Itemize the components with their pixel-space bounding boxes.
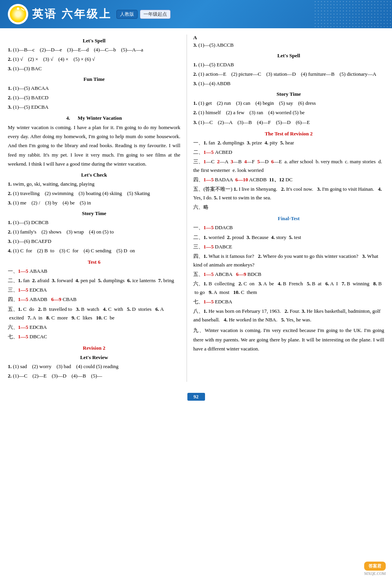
test-revision2-title: The Test of Revision 2 bbox=[193, 131, 384, 137]
ft-ba: 八、1. He was born on February 17, 1963. 2… bbox=[193, 307, 384, 324]
right-story-3: 3. (1)—C (2)—A (3)—B (4)—F (5)—D (6)—E bbox=[193, 118, 384, 127]
test6-er: 二、1. fan 2. afraid 3. forward 4. pen pal… bbox=[8, 276, 180, 285]
test6-wu: 五、1. C do 2. B travelled to 3. B watch 4… bbox=[8, 305, 180, 322]
story-time-item-3: 3. (1)—(6) BCAEFD bbox=[8, 237, 180, 246]
fun-time-item-2: 2. (1)—(5) BAECD bbox=[8, 93, 180, 102]
badge-grade: 一年级起点 bbox=[140, 10, 171, 19]
right-item3: 3. (1)—(5) ABCCB bbox=[193, 41, 384, 49]
lets-check-content: 1. swim, go, ski, waiting, dancing, play… bbox=[8, 180, 180, 207]
right-lets-spell-3: 3. (1)—(4) ABDB bbox=[193, 79, 384, 88]
tr2-yi: 一、1. fan 2. dumplings 3. prize 4. pity 5… bbox=[193, 139, 384, 147]
story-time-content-right: 1. (1) get (2) run (3) can (4) begin (5)… bbox=[193, 99, 384, 126]
page-number: 92 bbox=[187, 393, 205, 401]
fun-time-title: Fun Time bbox=[8, 76, 180, 82]
header-decoration bbox=[314, 0, 392, 28]
lets-spell-content-right: 1. (1)—(5) ECDAB 2. (1) action—E (2) pic… bbox=[193, 60, 384, 88]
lets-review-item-2: 2. (1)—C (2)—E (3)—D (4)—B (5)— bbox=[8, 372, 180, 380]
left-column: Let's Spell 1. (1)—B—c (2)—D—e (3)—E—d (… bbox=[8, 35, 180, 382]
lets-check-item-2: 2. (1) travelling (2) swimming (3) boati… bbox=[8, 189, 180, 198]
tr2-liu: 六、略 bbox=[193, 203, 384, 212]
bottom-logo: 答案君 MXQE.COM bbox=[364, 562, 386, 576]
lets-check-title: Let's Check bbox=[8, 172, 180, 178]
lets-spell-title-right: Let's Spell bbox=[193, 53, 384, 59]
ft-er: 二、1. worried 2. proud 3. Because 4. stor… bbox=[193, 233, 384, 242]
ft-jiu: 九、Winter vacation is coming. I'm very ex… bbox=[193, 326, 384, 353]
my-winter-title: 4. My Winter Vacation bbox=[8, 115, 180, 121]
test-revision2-content: 一、1. fan 2. dumplings 3. prize 4. pity 5… bbox=[193, 139, 384, 212]
test6-liu: 六、1—5 EDCBA bbox=[8, 323, 180, 332]
lets-review-item-1: 1. (1) sad (2) worry (3) bad (4) could (… bbox=[8, 362, 180, 371]
story-time-item-2: 2. (1) family's (2) shows (3) wrap (4) o… bbox=[8, 228, 180, 236]
lets-spell-item-3: 3. (1)—(3) BAC bbox=[8, 64, 180, 73]
ft-yi: 一、1—5 DDACB bbox=[193, 223, 384, 232]
story-time-content-left: 1. (1)—(5) DCBCB 2. (1) family's (2) sho… bbox=[8, 218, 180, 255]
story-time-item-1: 1. (1)—(5) DCBCB bbox=[8, 218, 180, 227]
my-winter-text: My winter vacation is coming. I have a p… bbox=[8, 123, 180, 169]
right-item3-text: 3. (1)—(5) ABCCB bbox=[193, 41, 384, 49]
test6-yi: 一、1—5 ABAAB bbox=[8, 267, 180, 275]
lets-spell-item-2: 2. (1) √ (2) × (3) √ (4) × (5) × (6) √ bbox=[8, 55, 180, 64]
test6-si: 四、1—5 ABADB 6—9 CBAB bbox=[8, 295, 180, 304]
header-badges: 人教版 一年级起点 bbox=[116, 10, 171, 19]
main-content: Let's Spell 1. (1)—B—c (2)—D—e (3)—E—d (… bbox=[0, 28, 392, 388]
right-story-2: 2. (1) himself (2) a few (3) ran (4) wor… bbox=[193, 108, 384, 117]
story-time-title-left: Story Time bbox=[8, 210, 180, 217]
ft-si: 四、1. What is it famous for? 2. Where do … bbox=[193, 252, 384, 269]
badge-publisher: 人教版 bbox=[116, 10, 138, 19]
tr2-san: 三、1—C 2—A 3—B 4—F 5—D 6—E a. after schoo… bbox=[193, 157, 384, 175]
test6-content: 一、1—5 ABAAB 二、1. fan 2. afraid 3. forwar… bbox=[8, 267, 180, 341]
tr2-si: 四、1—5 BADAA 6—10 ACBDB 11、12 DC bbox=[193, 175, 384, 184]
ft-san: 三、1—5 DABCE bbox=[193, 243, 384, 251]
ft-wu: 五、1—5 ABCBA 6—9 BDCB bbox=[193, 270, 384, 279]
story-time-item-4: 4. (1) C for (2) B to (3) C for (4) C se… bbox=[8, 246, 180, 255]
tr2-wu: 五、(答案不唯一) 1. I live in Shenyang. 2. It's… bbox=[193, 185, 384, 202]
test6-title: Test 6 bbox=[8, 259, 180, 265]
lets-spell-title-left: Let's Spell bbox=[8, 38, 180, 44]
right-column: A 3. (1)—(5) ABCCB Let's Spell 1. (1)—(5… bbox=[187, 35, 384, 382]
ft-liu: 六、1. B collecting 2. C on 3. A be 4. B F… bbox=[193, 279, 384, 297]
test6-san: 三、1—5 EDCBA bbox=[8, 286, 180, 294]
lets-review-content: 1. (1) sad (2) worry (3) bad (4) could (… bbox=[8, 362, 180, 380]
header-title: 英语 六年级上 bbox=[32, 7, 112, 22]
header-logo bbox=[8, 4, 28, 24]
right-lets-spell-1: 1. (1)—(5) ECDAB bbox=[193, 60, 384, 69]
lets-review-title: Let's Review bbox=[8, 354, 180, 361]
test6-qi: 七、1—5 DBCAC bbox=[8, 332, 180, 341]
page-number-container: 92 bbox=[0, 393, 392, 401]
right-story-1: 1. (1) get (2) run (3) can (4) begin (5)… bbox=[193, 99, 384, 108]
right-a-label: A bbox=[193, 35, 384, 41]
tr2-er: 二、1—5 ACBED bbox=[193, 148, 384, 157]
final-test-content: 一、1—5 DDACB 二、1. worried 2. proud 3. Bec… bbox=[193, 223, 384, 353]
fun-time-item-1: 1. (1)—(5) ABCAA bbox=[8, 84, 180, 93]
final-test-title: Final-Test bbox=[193, 215, 384, 222]
logo-url: MXQE.COM bbox=[364, 571, 386, 576]
lets-check-item-3: 3. (1) me (2) / (3) by (4) be (5) in bbox=[8, 199, 180, 207]
lets-spell-content-left: 1. (1)—B—c (2)—D—e (3)—E—d (4)—C—b (5)—A… bbox=[8, 46, 180, 73]
lets-check-item-1: 1. swim, go, ski, waiting, dancing, play… bbox=[8, 180, 180, 188]
logo-box: 答案君 bbox=[364, 562, 386, 571]
fun-time-content: 1. (1)—(5) ABCAA 2. (1)—(5) BAECD 3. (1)… bbox=[8, 84, 180, 111]
revision2-title: Revision 2 bbox=[8, 345, 180, 351]
fun-time-item-3: 3. (1)—(5) EDCBA bbox=[8, 103, 180, 111]
page-header: 英语 六年级上 人教版 一年级起点 bbox=[0, 0, 392, 28]
lets-spell-item-1: 1. (1)—B—c (2)—D—e (3)—E—d (4)—C—b (5)—A… bbox=[8, 46, 180, 54]
ft-qi: 七、1—5 EDCBA bbox=[193, 297, 384, 306]
story-time-title-right: Story Time bbox=[193, 91, 384, 97]
right-lets-spell-2: 2. (1) action—E (2) picture—C (3) statio… bbox=[193, 70, 384, 78]
